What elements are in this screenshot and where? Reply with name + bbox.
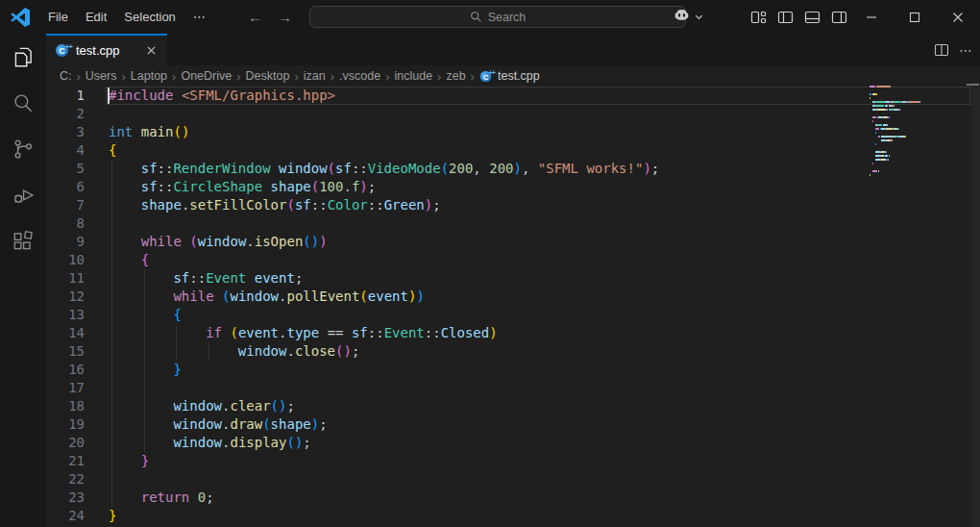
breadcrumb-separator: › bbox=[471, 69, 475, 84]
vscode-logo bbox=[11, 8, 30, 27]
search-icon bbox=[470, 11, 482, 23]
back-arrow-icon[interactable]: ← bbox=[248, 9, 262, 25]
toggle-secondary-sidebar-icon[interactable] bbox=[831, 10, 847, 25]
forward-arrow-icon[interactable]: → bbox=[278, 9, 292, 25]
code-text: #include <SFML/Graphics.hpp> bbox=[109, 87, 335, 105]
sidebar-item-explorer[interactable] bbox=[0, 34, 46, 80]
line-number: 14 bbox=[46, 324, 85, 342]
toggle-panel-icon[interactable] bbox=[804, 10, 821, 25]
breadcrumb-item[interactable]: Laptop bbox=[131, 69, 167, 83]
code-line: 6 sf::CircleShape shape(100.f); bbox=[46, 178, 980, 196]
line-number: 6 bbox=[46, 178, 85, 196]
breadcrumb-item[interactable]: include bbox=[394, 69, 432, 83]
menu-edit[interactable]: Edit bbox=[77, 7, 115, 28]
line-number: 16 bbox=[46, 361, 85, 379]
code-text: while (window.isOpen()) bbox=[109, 233, 328, 251]
maximize-icon bbox=[909, 12, 920, 23]
run-debug-icon bbox=[11, 183, 36, 208]
code-text: window.clear(); bbox=[109, 397, 295, 415]
code-text: { bbox=[109, 141, 116, 160]
line-number: 9 bbox=[46, 233, 85, 251]
line-number: 3 bbox=[46, 123, 85, 141]
code-line: 1#include <SFML/Graphics.hpp> bbox=[46, 87, 980, 105]
maximize-button[interactable] bbox=[893, 0, 936, 34]
split-editor-icon[interactable] bbox=[934, 42, 949, 58]
more-actions-icon[interactable]: ⋯ bbox=[959, 42, 972, 58]
code-line: 18 window.clear(); bbox=[46, 397, 980, 415]
code-text: } bbox=[109, 507, 116, 525]
breadcrumb-item[interactable]: izan bbox=[304, 69, 326, 83]
code-text: sf::RenderWindow window(sf::VideoMode(20… bbox=[109, 160, 659, 178]
breadcrumb-item[interactable]: .vscode bbox=[339, 69, 380, 83]
tab-close-icon[interactable] bbox=[142, 42, 159, 60]
search-placeholder: Search bbox=[488, 11, 527, 24]
search-input[interactable]: Search bbox=[309, 6, 686, 28]
code-line: 9 while (window.isOpen()) bbox=[46, 233, 980, 251]
breadcrumb-separator: › bbox=[331, 69, 334, 84]
line-number: 20 bbox=[46, 434, 85, 452]
minimize-icon bbox=[866, 12, 877, 23]
code-line: 8 bbox=[46, 214, 980, 233]
breadcrumb-item[interactable]: Desktop bbox=[246, 69, 290, 83]
window-controls bbox=[849, 0, 979, 34]
customize-layout-icon[interactable] bbox=[750, 10, 767, 25]
extensions-icon bbox=[11, 229, 36, 254]
code-text: { bbox=[109, 306, 182, 324]
code-text: sf::CircleShape shape(100.f); bbox=[109, 178, 376, 196]
code-line: 19 window.draw(shape); bbox=[46, 415, 980, 434]
code-line: 15 window.close(); bbox=[46, 342, 980, 361]
menu-file[interactable]: File bbox=[39, 7, 77, 28]
code-line: 3int main() bbox=[46, 123, 980, 141]
line-number: 15 bbox=[46, 342, 85, 361]
code-text: window.draw(shape); bbox=[109, 415, 328, 434]
breadcrumb-separator: › bbox=[236, 69, 240, 84]
breadcrumb-separator: › bbox=[385, 69, 389, 84]
sidebar-item-source-control[interactable] bbox=[0, 126, 46, 172]
sidebar-item-run-debug[interactable] bbox=[0, 172, 46, 218]
menu-more[interactable]: ⋯ bbox=[184, 7, 214, 28]
tab-test-cpp[interactable]: C++ test.cpp bbox=[46, 34, 167, 65]
code-line: 7 shape.setFillColor(sf::Color::Green); bbox=[46, 196, 980, 214]
toggle-sidebar-icon[interactable] bbox=[777, 10, 794, 25]
sidebar-item-extensions[interactable] bbox=[0, 218, 46, 264]
minimap[interactable] bbox=[870, 85, 925, 181]
sidebar-item-search[interactable] bbox=[0, 80, 46, 126]
breadcrumb-item[interactable]: zeb bbox=[446, 69, 465, 83]
code-line: 14 if (event.type == sf::Event::Closed) bbox=[46, 324, 980, 342]
tab-label: test.cpp bbox=[76, 43, 120, 58]
code-text: window.display(); bbox=[109, 434, 311, 452]
breadcrumb-item[interactable]: C++test.cpp bbox=[479, 69, 540, 84]
activity-bar bbox=[0, 34, 46, 527]
code-text: while (window.pollEvent(event)) bbox=[109, 288, 425, 306]
indent-guide bbox=[111, 379, 112, 397]
code-editor[interactable]: 1#include <SFML/Graphics.hpp>23int main(… bbox=[46, 87, 980, 527]
line-number: 7 bbox=[46, 196, 85, 214]
breadcrumb-item[interactable]: Users bbox=[86, 69, 117, 83]
code-line: 20 window.display(); bbox=[46, 434, 980, 452]
close-button[interactable] bbox=[936, 0, 979, 34]
tab-bar: C++ test.cpp ⋯ bbox=[46, 34, 980, 65]
line-number: 8 bbox=[46, 214, 85, 233]
close-icon bbox=[952, 12, 964, 23]
history-nav: ← → bbox=[248, 0, 292, 34]
code-text: { bbox=[109, 251, 149, 269]
code-text: if (event.type == sf::Event::Closed) bbox=[109, 324, 498, 342]
code-line: 4{ bbox=[46, 141, 980, 160]
menu-selection[interactable]: Selection bbox=[115, 7, 184, 28]
line-number: 13 bbox=[46, 306, 85, 324]
code-line: 21 } bbox=[46, 452, 980, 470]
overview-ruler-mark bbox=[967, 84, 979, 86]
breadcrumb-item[interactable]: OneDrive bbox=[181, 69, 232, 83]
line-number: 11 bbox=[46, 269, 85, 288]
scrollbar[interactable] bbox=[971, 83, 980, 527]
chevron-down-icon bbox=[694, 12, 704, 22]
copilot-button[interactable] bbox=[673, 0, 704, 34]
line-number: 19 bbox=[46, 415, 85, 434]
line-number: 12 bbox=[46, 288, 85, 306]
code-line: 11 sf::Event event; bbox=[46, 269, 980, 288]
minimize-button[interactable] bbox=[849, 0, 893, 34]
breadcrumb-item[interactable]: C: bbox=[60, 69, 72, 83]
breadcrumb-separator: › bbox=[294, 69, 298, 84]
minimap-line bbox=[870, 173, 925, 177]
line-number: 5 bbox=[46, 160, 85, 178]
